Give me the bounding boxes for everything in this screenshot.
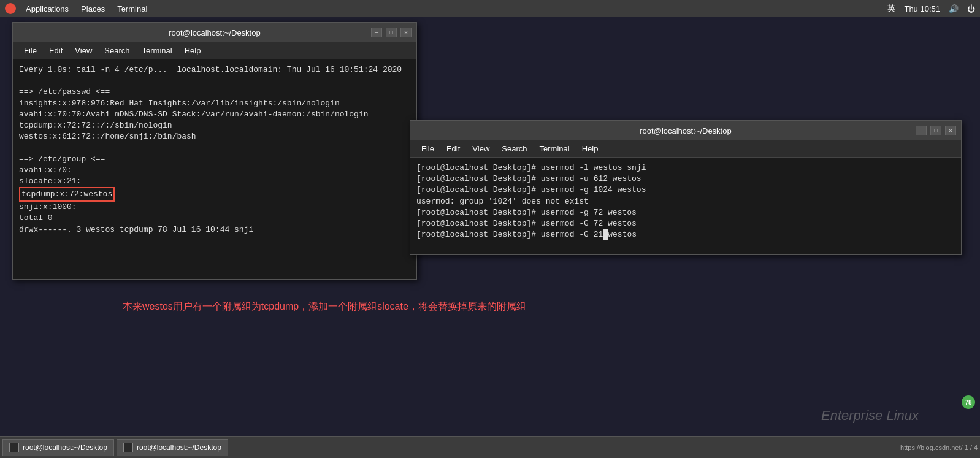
term1-line-7: westos:x:612:72::/home/snji:/bin/bash <box>19 131 410 142</box>
term1-line-5: avahi:x:70:70:Avahi mDNS/DNS-SD Stack:/v… <box>19 109 410 120</box>
taskbar-item-2[interactable]: root@localhost:~/Desktop <box>117 439 228 456</box>
terminal-2-minimize[interactable]: — <box>916 126 927 135</box>
term1-edit[interactable]: Edit <box>43 45 69 56</box>
term1-line-15: drwx------. 3 westos tcpdump 78 Jul 16 1… <box>19 224 410 235</box>
term1-view[interactable]: View <box>69 45 98 56</box>
term1-line-9: ==> /etc/group <== <box>19 154 410 165</box>
term2-line-2: [root@localhost Desktop]# usermod -u 612… <box>416 174 955 185</box>
term1-help[interactable]: Help <box>178 45 207 56</box>
scroll-hint-badge: 78 <box>962 395 975 409</box>
taskbar-icon-1 <box>9 443 19 452</box>
term1-line-6: tcpdump:x:72:72::/:/sbin/nologin <box>19 120 410 131</box>
term2-line-5: [root@localhost Desktop]# usermod -g 72 … <box>416 207 955 218</box>
volume-icon[interactable]: 🔊 <box>949 4 959 13</box>
terminal-1-minimize[interactable]: — <box>371 28 382 37</box>
terminal-2-content: [root@localhost Desktop]# usermod -l wes… <box>410 158 961 254</box>
term2-view[interactable]: View <box>466 143 496 155</box>
term2-edit[interactable]: Edit <box>440 143 466 155</box>
terminal-2-titlebar: root@localhost:~/Desktop — □ ✕ <box>410 121 961 140</box>
terminal-1-titlebar: root@localhost:~/Desktop — □ ✕ <box>13 23 416 42</box>
language-indicator: 英 <box>887 3 895 14</box>
terminal-1-content: Every 1.0s: tail -n 4 /etc/p... localhos… <box>13 59 416 279</box>
top-menu-bar: Applications Places Terminal 英 Thu 10:51… <box>0 0 980 17</box>
term1-line-1: Every 1.0s: tail -n 4 /etc/p... localhos… <box>19 64 410 75</box>
term2-line-1: [root@localhost Desktop]# usermod -l wes… <box>416 162 955 174</box>
term1-line-2 <box>19 75 410 86</box>
term1-line-10: avahi:x:70: <box>19 165 410 176</box>
term1-search[interactable]: Search <box>98 45 136 56</box>
terminal-2-title: root@localhost:~/Desktop <box>640 126 731 135</box>
term1-line-3: ==> /etc/passwd <== <box>19 86 410 97</box>
taskbar: root@localhost:~/Desktop root@localhost:… <box>0 436 980 458</box>
term2-line-6: [root@localhost Desktop]# usermod -G 72 … <box>416 218 955 229</box>
taskbar-icon-2 <box>123 443 133 452</box>
terminal-1-title: root@localhost:~/Desktop <box>169 28 260 37</box>
term1-line-4: insights:x:978:976:Red Hat Insights:/var… <box>19 98 410 109</box>
term2-terminal[interactable]: Terminal <box>534 143 576 155</box>
menu-places[interactable]: Places <box>75 3 111 15</box>
menu-applications[interactable]: Applications <box>20 3 75 15</box>
terminal-1-close[interactable]: ✕ <box>400 28 412 37</box>
taskbar-right: https://blog.csdn.net/ 1 / 4 <box>900 444 978 451</box>
term1-line-highlight: tcpdump:x:72:westos <box>19 187 410 202</box>
taskbar-label-1: root@localhost:~/Desktop <box>23 443 107 452</box>
term2-file[interactable]: File <box>415 143 440 155</box>
top-menu: Applications Places Terminal <box>20 3 153 15</box>
term2-help[interactable]: Help <box>576 143 605 155</box>
terminal-2-close[interactable]: ✕ <box>945 126 956 135</box>
menu-terminal[interactable]: Terminal <box>111 3 153 15</box>
terminal-window-2: root@localhost:~/Desktop — □ ✕ File Edit… <box>410 120 962 255</box>
terminal-2-maximize[interactable]: □ <box>930 126 941 135</box>
term1-file[interactable]: File <box>18 45 43 56</box>
taskbar-label-2: root@localhost:~/Desktop <box>137 443 221 452</box>
term1-terminal[interactable]: Terminal <box>136 45 178 56</box>
terminal-1-menubar: File Edit View Search Terminal Help <box>13 42 416 59</box>
term2-line-7: [root@localhost Desktop]# usermod -G 21 … <box>416 229 955 240</box>
term1-line-8 <box>19 142 410 153</box>
os-logo <box>5 3 16 14</box>
terminal-2-controls: — □ ✕ <box>916 126 956 135</box>
taskbar-item-1[interactable]: root@localhost:~/Desktop <box>2 439 114 456</box>
term2-line-3: [root@localhost Desktop]# usermod -g 102… <box>416 185 955 196</box>
terminal-window-1: root@localhost:~/Desktop — □ ✕ File Edit… <box>12 22 417 280</box>
clock: Thu 10:51 <box>904 4 940 13</box>
term2-search[interactable]: Search <box>496 143 533 155</box>
term2-line-4: usermod: group '1024' does not exist <box>416 196 955 207</box>
annotation-text: 本来westos用户有一个附属组为tcpdump，添加一个附属组slocate，… <box>123 300 526 313</box>
term1-line-13: snji:x:1000: <box>19 202 410 213</box>
terminal-1-maximize[interactable]: □ <box>386 28 397 37</box>
term1-line-11: slocate:x:21: <box>19 176 410 187</box>
power-icon[interactable]: ⏻ <box>967 4 975 13</box>
terminal-1-controls: — □ ✕ <box>371 28 412 37</box>
enterprise-linux-text: Enterprise Linux <box>821 408 919 424</box>
terminal-2-menubar: File Edit View Search Terminal Help <box>410 140 961 158</box>
top-bar-right: 英 Thu 10:51 🔊 ⏻ <box>887 3 975 14</box>
term1-line-14: total 0 <box>19 213 410 224</box>
